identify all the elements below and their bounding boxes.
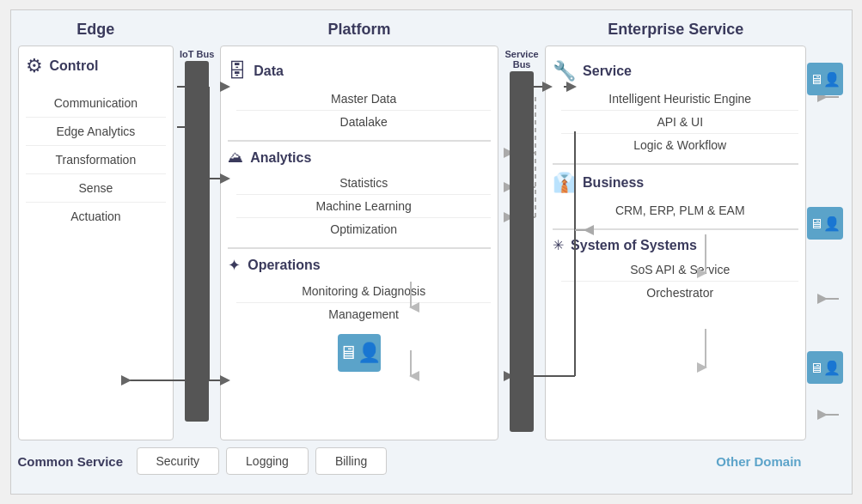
business-section-header: 👔 Business	[553, 172, 798, 194]
iot-bus-column: IoT Bus	[174, 46, 220, 440]
list-item: Communication	[26, 89, 167, 118]
analytics-items-list: Statistics Machine Learning Optimization	[228, 172, 491, 240]
operations-items-list: Monitoring & Diagnosis Management	[228, 280, 491, 325]
list-item: Monitoring & Diagnosis	[236, 280, 491, 303]
list-item: API & UI	[561, 111, 798, 134]
analytics-title: Analytics	[250, 150, 311, 166]
iot-bus-block	[185, 61, 209, 422]
billing-pill: Billing	[315, 447, 387, 475]
list-item: Logic & Workflow	[561, 134, 798, 156]
sos-section-header: ✳ System of Systems	[553, 237, 798, 253]
data-title: Data	[254, 64, 284, 79]
sos-user-icon: 🖥👤	[807, 351, 843, 384]
section-divider	[228, 140, 491, 142]
list-item: Orchestrator	[561, 282, 798, 304]
logging-pill: Logging	[226, 447, 309, 475]
common-service-label: Common Service	[18, 454, 130, 469]
operations-section-header: ✦ Operations	[228, 256, 491, 275]
platform-header: Platform	[220, 17, 498, 42]
service-bus-column: Service Bus	[498, 46, 545, 440]
section-divider	[553, 228, 798, 230]
sos-items-list: SoS API & Service Orchestrator	[553, 258, 798, 304]
service-icon: 🔧	[553, 60, 576, 82]
edge-column: ⚙ Control Communication Edge Analytics T…	[18, 46, 174, 440]
operations-user-icon: 🖥👤	[338, 334, 381, 372]
other-domain-label: Other Domain	[716, 454, 844, 469]
business-items-list: CRM, ERP, PLM & EAM	[553, 199, 798, 222]
list-item: CRM, ERP, PLM & EAM	[561, 199, 798, 222]
data-icon: 🗄	[228, 60, 247, 82]
edge-header: Edge	[18, 17, 174, 42]
security-pill: Security	[137, 447, 220, 475]
control-icon: ⚙	[26, 55, 43, 77]
list-item: SoS API & Service	[561, 258, 798, 282]
list-item: Edge Analytics	[26, 118, 167, 146]
service-items-list: Intelligent Heuristic Engine API & UI Lo…	[553, 88, 798, 156]
operations-icon: ✦	[228, 256, 241, 275]
column-headers: Edge Platform Enterprise Service	[18, 17, 845, 42]
section-divider	[228, 247, 491, 249]
platform-column: 🗄 Data Master Data Datalake ⛰ Analytics …	[220, 46, 498, 440]
control-header: ⚙ Control	[26, 55, 167, 77]
list-item: Datalake	[236, 111, 491, 133]
business-icon: 👔	[553, 172, 576, 194]
list-item: Machine Learning	[236, 195, 491, 218]
service-bus-label: Service Bus	[498, 49, 545, 70]
enterprise-column: 🔧 Service Intelligent Heuristic Engine A…	[545, 46, 806, 440]
list-item: Actuation	[26, 203, 167, 230]
business-user-icon: 🖥👤	[807, 207, 843, 240]
right-icons-column: 🖥👤 🖥👤 🖥👤	[806, 46, 844, 440]
service-bus-block	[510, 71, 534, 432]
edge-items-list: Communication Edge Analytics Transformat…	[26, 89, 167, 230]
diagram-wrapper: Edge Platform Enterprise Service	[10, 9, 853, 495]
section-divider	[553, 163, 798, 165]
list-item: Sense	[26, 174, 167, 203]
bottom-row: Common Service Security Logging Billing …	[18, 447, 845, 475]
service-user-icon: 🖥👤	[807, 63, 843, 95]
iot-bus-label: IoT Bus	[180, 49, 214, 59]
business-title: Business	[583, 175, 644, 191]
sos-title: System of Systems	[571, 238, 697, 253]
sos-icon: ✳	[553, 237, 564, 253]
main-content-area: ⚙ Control Communication Edge Analytics T…	[18, 46, 845, 440]
service-title: Service	[583, 64, 632, 79]
list-item: Intelligent Heuristic Engine	[561, 88, 798, 111]
service-section-header: 🔧 Service	[553, 60, 798, 82]
operations-title: Operations	[248, 258, 320, 273]
list-item: Optimization	[236, 218, 491, 240]
enterprise-header: Enterprise Service	[545, 17, 806, 42]
list-item: Management	[236, 303, 491, 325]
data-items-list: Master Data Datalake	[228, 88, 491, 133]
list-item: Statistics	[236, 172, 491, 195]
analytics-icon: ⛰	[228, 149, 243, 167]
list-item: Master Data	[236, 88, 491, 111]
analytics-section-header: ⛰ Analytics	[228, 149, 491, 167]
data-section-header: 🗄 Data	[228, 60, 491, 82]
list-item: Transformation	[26, 146, 167, 174]
control-title: Control	[50, 58, 99, 74]
